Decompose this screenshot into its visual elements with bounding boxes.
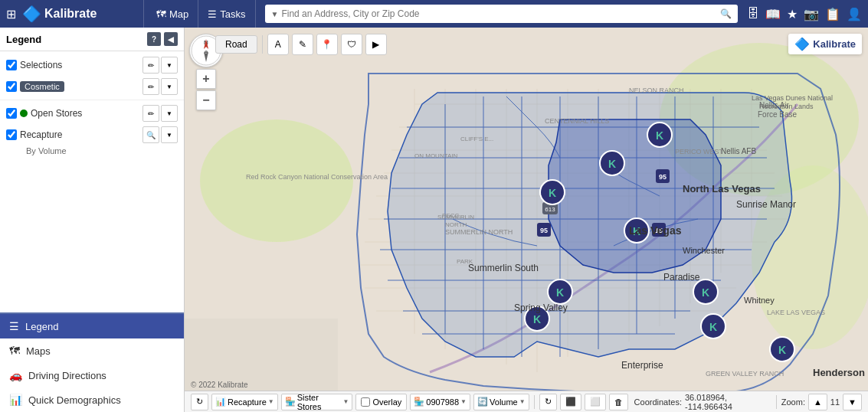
recapture-select[interactable]: 📊 Recapture ▼: [211, 394, 278, 410]
bottom-nav-demographics[interactable]: 📊 Quick Demographics: [0, 387, 184, 412]
svg-text:PECC...: PECC...: [442, 212, 464, 219]
status-bar: ↻ 📊 Recapture ▼ 🏪 Sister Stores ▼ Overla…: [185, 391, 868, 412]
coordinates-label: Coordinates:: [634, 397, 682, 407]
svg-text:95: 95: [659, 173, 667, 181]
apps-icon[interactable]: ⊞: [6, 7, 16, 21]
bottom-nav-maps[interactable]: 🗺 Maps: [0, 338, 184, 363]
map-logo-text: Kalibrate: [813, 38, 856, 50]
bottom-nav: ☰ Legend 🗺 Maps 🚗 Driving Directions 📊 Q…: [0, 312, 184, 412]
open-stores-checkbox[interactable]: [6, 108, 17, 119]
svg-text:K: K: [778, 344, 786, 356]
svg-text:K: K: [549, 187, 556, 199]
selections-draw-icon[interactable]: ✏: [142, 57, 159, 74]
zoom-value: 11: [830, 397, 840, 407]
legend-item-selections[interactable]: Selections ✏: [0, 54, 184, 76]
spring-valley-label: Spring Valley: [514, 302, 568, 313]
lake-las-vegas-label: LAKE LAS VEGAS: [767, 309, 825, 316]
svg-text:K: K: [702, 286, 709, 299]
svg-text:K: K: [556, 286, 564, 299]
legend-nav-icon: ☰: [9, 320, 19, 332]
tab-tasks[interactable]: ☰ Tasks: [198, 0, 255, 28]
bottom-nav-driving[interactable]: 🚗 Driving Directions: [0, 363, 184, 387]
cosmetic-draw-icon[interactable]: ✏: [142, 78, 159, 95]
svg-text:Force Base: Force Base: [758, 110, 798, 119]
selections-checkbox[interactable]: [6, 60, 17, 70]
demographics-nav-label: Quick Demographics: [28, 394, 121, 406]
cosmetic-arrow-icon[interactable]: [161, 78, 178, 95]
cosmetic-checkbox[interactable]: [6, 81, 17, 92]
zoom-label: Zoom:: [781, 397, 805, 407]
zoom-down-btn[interactable]: ▼: [843, 394, 862, 410]
paradise-label: Paradise: [663, 272, 700, 283]
recapture-checkbox[interactable]: [6, 129, 17, 140]
recapture-arrow-icon[interactable]: [161, 126, 178, 143]
legend-help-icon[interactable]: ?: [147, 32, 161, 46]
toolbar-pin-btn[interactable]: 📍: [316, 34, 338, 55]
volume-dd-arrow: ▼: [519, 398, 526, 405]
status-sep-2: [776, 395, 777, 409]
overlay-checkbox-btn[interactable]: Overlay: [355, 394, 407, 410]
enterprise-label: Enterprise: [621, 360, 663, 371]
search-dropdown-icon[interactable]: ▼: [271, 10, 279, 18]
legend-header: Legend ? ◀: [0, 28, 184, 51]
refresh-btn[interactable]: ↻: [191, 394, 208, 410]
legend-collapse-icon[interactable]: ◀: [164, 32, 178, 46]
undo-btn[interactable]: ↻: [539, 394, 557, 410]
svg-text:K: K: [533, 313, 541, 325]
legend-separator-1: [0, 100, 184, 100]
tab-map-label: Map: [169, 8, 188, 20]
store-id-dd-arrow: ▼: [460, 398, 467, 405]
driving-nav-label: Driving Directions: [28, 370, 106, 381]
legend-item-cosmetic[interactable]: Cosmetic ✏: [0, 76, 184, 97]
toolbar-play-btn[interactable]: ▶: [365, 34, 387, 55]
delete-btn[interactable]: 🗑: [609, 394, 628, 410]
legend-item-open-stores[interactable]: Open Stores ✏: [0, 103, 184, 124]
map-svg: 95 15 95 613 K: [185, 28, 868, 412]
volume-select[interactable]: 🔄 Volume ▼: [473, 394, 529, 410]
toolbar-draw-btn[interactable]: ✎: [292, 34, 313, 55]
toolbar-shield-btn[interactable]: 🛡: [341, 34, 362, 55]
legend-nav-label: Legend: [25, 321, 58, 332]
selections-arrow-icon[interactable]: [161, 57, 178, 74]
legend-item-recapture[interactable]: Recapture 🔍: [0, 124, 184, 146]
clipboard-icon[interactable]: 📋: [825, 7, 840, 21]
sister-stores-label: Sister Stores: [297, 393, 342, 411]
logo-area: ⊞ 🔷 Kalibrate: [6, 0, 144, 28]
user-icon[interactable]: 👤: [847, 7, 862, 21]
map-canvas[interactable]: 95 15 95 613 K: [185, 28, 868, 412]
border-btn[interactable]: ⬜: [585, 394, 606, 410]
book-icon[interactable]: 📖: [765, 7, 781, 21]
bottom-nav-legend[interactable]: ☰ Legend: [0, 314, 184, 338]
road-button[interactable]: Road: [215, 35, 257, 54]
svg-text:⊕: ⊕: [204, 50, 208, 55]
camera-icon[interactable]: 📷: [804, 7, 819, 21]
zoom-up-btn[interactable]: ▲: [808, 394, 827, 410]
navbar: ⊞ 🔷 Kalibrate 🗺 Map ☰ Tasks ▼ 🔍 🗄 📖 ★ 📷 …: [0, 0, 868, 28]
overlay-checkbox[interactable]: [361, 397, 370, 407]
sister-stores-select[interactable]: 🏪 Sister Stores ▼: [281, 394, 353, 410]
toolbar-text-btn[interactable]: A: [267, 34, 289, 55]
open-stores-edit-icon[interactable]: ✏: [142, 105, 159, 122]
map-logo-k: 🔷: [794, 37, 810, 51]
logo-text: Kalibrate: [44, 7, 97, 21]
fill-btn[interactable]: ⬛: [560, 394, 581, 410]
cosmetic-tag: Cosmetic: [20, 81, 64, 92]
store-id-value: 0907988: [426, 397, 459, 407]
search-icon[interactable]: 🔍: [720, 8, 732, 19]
map-icon: 🗺: [156, 8, 166, 20]
store-id-select[interactable]: 🏪 0907988 ▼: [410, 394, 470, 410]
open-stores-arrow-icon[interactable]: [161, 105, 178, 122]
tab-map[interactable]: 🗺 Map: [147, 0, 198, 28]
search-input[interactable]: [281, 8, 717, 19]
whitney-label: Whitney: [744, 296, 775, 305]
map-area[interactable]: 95 15 95 613 K: [185, 28, 868, 412]
map-toolbar: Road A ✎ 📍 🛡 ▶: [215, 34, 387, 55]
zoom-in-button[interactable]: +: [196, 69, 216, 89]
zoom-out-button[interactable]: −: [196, 90, 216, 110]
svg-text:Recreation Lands: Recreation Lands: [759, 103, 814, 110]
map-copyright: © 2022 Kalibrate: [191, 381, 248, 389]
database-icon[interactable]: 🗄: [747, 7, 759, 21]
recapture-select-icon: 📊: [215, 397, 226, 407]
recapture-zoom-icon[interactable]: 🔍: [142, 126, 159, 143]
star-icon[interactable]: ★: [787, 7, 798, 21]
